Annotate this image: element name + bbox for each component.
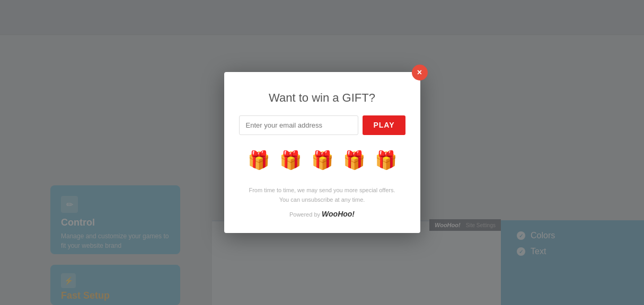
modal-footer-text: From time to time, we may send you more …	[239, 186, 405, 204]
powered-by: Powered by WooHoo!	[239, 210, 405, 218]
modal-form: PLAY	[239, 115, 405, 135]
play-button[interactable]: PLAY	[363, 115, 405, 135]
gift-box-5: 🎁	[373, 147, 399, 173]
woohoo-brand: WooHoo!	[322, 210, 355, 218]
gift-row: 🎁 🎁 🎁 🎁 🎁	[239, 147, 405, 173]
gift-box-2: 🎁	[277, 147, 304, 173]
email-input[interactable]	[239, 115, 359, 135]
modal-title: Want to win a GIFT?	[239, 91, 405, 105]
close-button[interactable]: ×	[412, 65, 428, 80]
gift-box-4: 🎁	[341, 147, 367, 173]
gift-box-1: 🎁	[245, 147, 272, 173]
gift-modal: × Want to win a GIFT? PLAY 🎁 🎁 🎁 🎁 🎁 Fro…	[224, 72, 420, 233]
gift-box-3: 🎁	[309, 147, 336, 173]
